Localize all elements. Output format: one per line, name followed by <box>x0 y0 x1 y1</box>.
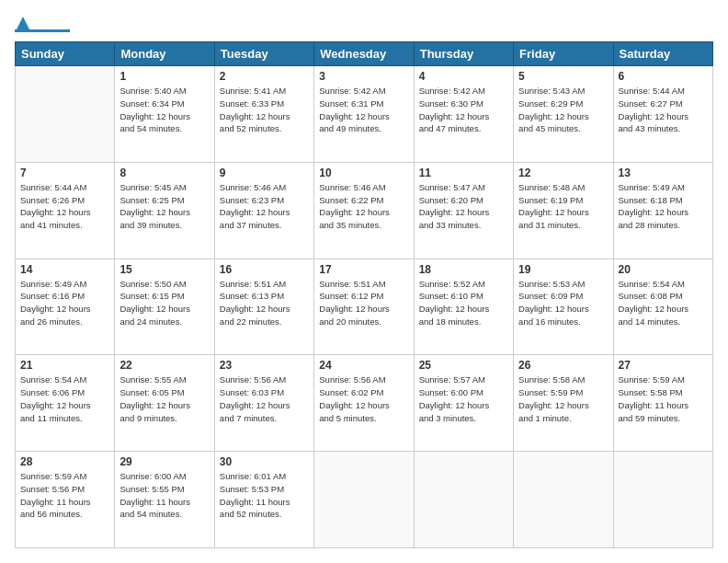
cell-info: Sunrise: 5:40 AMSunset: 6:34 PMDaylight:… <box>119 85 209 135</box>
cell-info: Sunrise: 5:59 AMSunset: 5:56 PMDaylight:… <box>20 470 109 521</box>
calendar-cell: 27Sunrise: 5:59 AMSunset: 5:58 PMDayligh… <box>613 355 712 452</box>
calendar-cell: 10Sunrise: 5:46 AMSunset: 6:22 PMDayligh… <box>314 162 414 259</box>
cell-info: Sunrise: 5:43 AMSunset: 6:29 PMDaylight:… <box>518 85 608 135</box>
cell-info: Sunrise: 5:55 AMSunset: 6:05 PMDaylight:… <box>119 373 209 424</box>
calendar-table: SundayMondayTuesdayWednesdayThursdayFrid… <box>15 41 713 548</box>
cell-info: Sunrise: 6:00 AMSunset: 5:55 PMDaylight:… <box>119 470 209 521</box>
calendar-cell <box>314 452 414 548</box>
col-header-tuesday: Tuesday <box>214 42 313 66</box>
cell-info: Sunrise: 5:42 AMSunset: 6:31 PMDaylight:… <box>319 85 408 135</box>
day-number: 24 <box>319 359 408 372</box>
day-number: 14 <box>20 263 109 276</box>
day-number: 3 <box>319 70 408 83</box>
calendar-cell: 30Sunrise: 6:01 AMSunset: 5:53 PMDayligh… <box>214 452 313 548</box>
calendar-cell: 8Sunrise: 5:45 AMSunset: 6:25 PMDaylight… <box>115 162 214 259</box>
cell-info: Sunrise: 5:44 AMSunset: 6:26 PMDaylight:… <box>20 181 109 232</box>
calendar-cell: 12Sunrise: 5:48 AMSunset: 6:19 PMDayligh… <box>514 162 613 259</box>
calendar-cell: 26Sunrise: 5:58 AMSunset: 5:59 PMDayligh… <box>514 355 613 452</box>
cell-info: Sunrise: 5:51 AMSunset: 6:12 PMDaylight:… <box>319 278 408 328</box>
day-number: 11 <box>419 167 508 179</box>
calendar-cell: 9Sunrise: 5:46 AMSunset: 6:23 PMDaylight… <box>214 162 313 259</box>
calendar-cell: 24Sunrise: 5:56 AMSunset: 6:02 PMDayligh… <box>314 355 414 452</box>
calendar-cell: 17Sunrise: 5:51 AMSunset: 6:12 PMDayligh… <box>314 259 414 355</box>
cell-info: Sunrise: 5:46 AMSunset: 6:23 PMDaylight:… <box>220 181 309 232</box>
cell-info: Sunrise: 5:56 AMSunset: 6:03 PMDaylight:… <box>220 373 309 424</box>
day-number: 16 <box>220 263 309 276</box>
col-header-wednesday: Wednesday <box>314 42 414 66</box>
calendar-cell <box>414 452 513 548</box>
cell-info: Sunrise: 5:56 AMSunset: 6:02 PMDaylight:… <box>319 373 408 424</box>
calendar-cell: 21Sunrise: 5:54 AMSunset: 6:06 PMDayligh… <box>16 355 115 452</box>
day-number: 12 <box>518 167 608 179</box>
cell-info: Sunrise: 5:58 AMSunset: 5:59 PMDaylight:… <box>518 373 608 424</box>
calendar-cell: 20Sunrise: 5:54 AMSunset: 6:08 PMDayligh… <box>613 259 712 355</box>
day-number: 27 <box>619 359 708 372</box>
col-header-monday: Monday <box>115 42 214 66</box>
cell-info: Sunrise: 5:41 AMSunset: 6:33 PMDaylight:… <box>220 85 309 135</box>
cell-info: Sunrise: 5:57 AMSunset: 6:00 PMDaylight:… <box>419 373 508 424</box>
calendar-cell: 18Sunrise: 5:52 AMSunset: 6:10 PMDayligh… <box>414 259 513 355</box>
cell-info: Sunrise: 5:44 AMSunset: 6:27 PMDaylight:… <box>619 85 708 135</box>
day-number: 13 <box>619 167 708 179</box>
calendar-cell: 11Sunrise: 5:47 AMSunset: 6:20 PMDayligh… <box>414 162 513 259</box>
cell-info: Sunrise: 5:51 AMSunset: 6:13 PMDaylight:… <box>220 278 309 328</box>
day-number: 25 <box>419 359 508 372</box>
calendar-cell: 4Sunrise: 5:42 AMSunset: 6:30 PMDaylight… <box>414 66 513 163</box>
day-number: 23 <box>220 359 309 372</box>
header <box>15 15 713 32</box>
cell-info: Sunrise: 5:52 AMSunset: 6:10 PMDaylight:… <box>419 278 508 328</box>
col-header-friday: Friday <box>514 42 613 66</box>
calendar-cell <box>613 452 712 548</box>
calendar-cell: 16Sunrise: 5:51 AMSunset: 6:13 PMDayligh… <box>214 259 313 355</box>
svg-marker-0 <box>17 17 29 29</box>
cell-info: Sunrise: 5:49 AMSunset: 6:16 PMDaylight:… <box>20 278 109 328</box>
calendar-week-2: 7Sunrise: 5:44 AMSunset: 6:26 PMDaylight… <box>16 162 713 259</box>
day-number: 30 <box>220 455 309 468</box>
day-number: 5 <box>518 70 608 83</box>
cell-info: Sunrise: 5:50 AMSunset: 6:15 PMDaylight:… <box>119 278 209 328</box>
day-number: 22 <box>119 359 209 372</box>
logo <box>15 15 70 32</box>
calendar-cell: 2Sunrise: 5:41 AMSunset: 6:33 PMDaylight… <box>214 66 313 163</box>
calendar-cell: 19Sunrise: 5:53 AMSunset: 6:09 PMDayligh… <box>514 259 613 355</box>
page: SundayMondayTuesdayWednesdayThursdayFrid… <box>0 0 728 563</box>
calendar-week-4: 21Sunrise: 5:54 AMSunset: 6:06 PMDayligh… <box>16 355 713 452</box>
day-number: 10 <box>319 167 408 179</box>
day-number: 8 <box>119 167 209 179</box>
day-number: 1 <box>119 70 209 83</box>
calendar-week-3: 14Sunrise: 5:49 AMSunset: 6:16 PMDayligh… <box>16 259 713 355</box>
cell-info: Sunrise: 5:46 AMSunset: 6:22 PMDaylight:… <box>319 181 408 232</box>
calendar-cell: 25Sunrise: 5:57 AMSunset: 6:00 PMDayligh… <box>414 355 513 452</box>
day-number: 6 <box>619 70 708 83</box>
day-number: 7 <box>20 167 109 179</box>
col-header-thursday: Thursday <box>414 42 513 66</box>
calendar-cell: 3Sunrise: 5:42 AMSunset: 6:31 PMDaylight… <box>314 66 414 163</box>
cell-info: Sunrise: 5:42 AMSunset: 6:30 PMDaylight:… <box>419 85 508 135</box>
day-number: 19 <box>518 263 608 276</box>
calendar-week-1: 1Sunrise: 5:40 AMSunset: 6:34 PMDaylight… <box>16 66 713 163</box>
calendar-cell: 7Sunrise: 5:44 AMSunset: 6:26 PMDaylight… <box>16 162 115 259</box>
day-number: 26 <box>518 359 608 372</box>
calendar-cell: 28Sunrise: 5:59 AMSunset: 5:56 PMDayligh… <box>16 452 115 548</box>
day-number: 29 <box>119 455 209 468</box>
cell-info: Sunrise: 6:01 AMSunset: 5:53 PMDaylight:… <box>220 470 309 521</box>
calendar-cell: 22Sunrise: 5:55 AMSunset: 6:05 PMDayligh… <box>115 355 214 452</box>
day-number: 18 <box>419 263 508 276</box>
day-number: 15 <box>119 263 209 276</box>
cell-info: Sunrise: 5:59 AMSunset: 5:58 PMDaylight:… <box>619 373 708 424</box>
day-number: 28 <box>20 455 109 468</box>
calendar-cell: 1Sunrise: 5:40 AMSunset: 6:34 PMDaylight… <box>115 66 214 163</box>
cell-info: Sunrise: 5:48 AMSunset: 6:19 PMDaylight:… <box>518 181 608 232</box>
calendar-cell <box>16 66 115 163</box>
cell-info: Sunrise: 5:49 AMSunset: 6:18 PMDaylight:… <box>619 181 708 232</box>
cell-info: Sunrise: 5:54 AMSunset: 6:08 PMDaylight:… <box>619 278 708 328</box>
col-header-sunday: Sunday <box>16 42 115 66</box>
calendar-cell <box>514 452 613 548</box>
calendar-cell: 14Sunrise: 5:49 AMSunset: 6:16 PMDayligh… <box>16 259 115 355</box>
day-number: 2 <box>220 70 309 83</box>
cell-info: Sunrise: 5:53 AMSunset: 6:09 PMDaylight:… <box>518 278 608 328</box>
day-number: 9 <box>220 167 309 179</box>
cell-info: Sunrise: 5:45 AMSunset: 6:25 PMDaylight:… <box>119 181 209 232</box>
calendar-week-5: 28Sunrise: 5:59 AMSunset: 5:56 PMDayligh… <box>16 452 713 548</box>
logo-underline <box>15 29 70 32</box>
